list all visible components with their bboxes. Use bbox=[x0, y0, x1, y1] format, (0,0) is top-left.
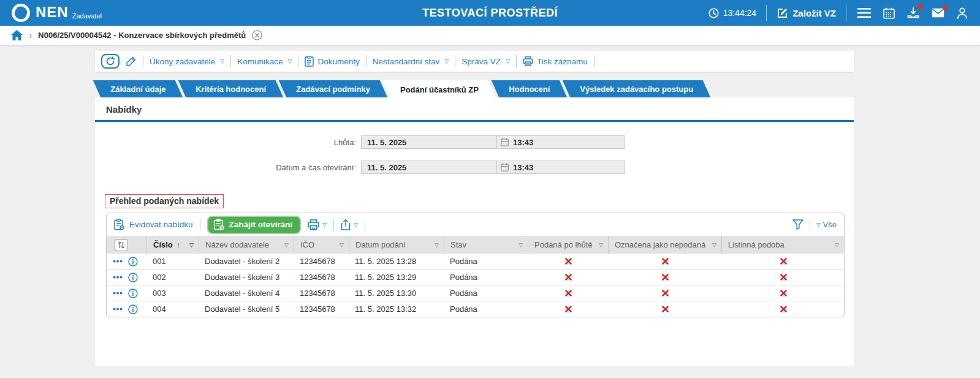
tab-hodnoceni[interactable]: Hodnocení bbox=[491, 80, 567, 97]
table-row[interactable]: 004 Dodavatel - školení 5 12345678 11. 5… bbox=[107, 301, 844, 317]
hamburger-icon bbox=[857, 8, 871, 18]
otevirani-date-input[interactable]: 11. 5. 2025 bbox=[361, 161, 496, 174]
lhuta-time-input[interactable]: 13:43 bbox=[496, 135, 625, 149]
toolbar-komunikace[interactable]: Komunikace bbox=[237, 57, 292, 66]
cell-marked-not-submitted bbox=[608, 270, 721, 285]
clock-icon bbox=[708, 8, 719, 18]
home-icon[interactable] bbox=[11, 30, 23, 40]
more-actions-icon[interactable] bbox=[113, 308, 123, 311]
cross-icon bbox=[565, 274, 572, 281]
inbox-download-icon bbox=[907, 7, 919, 19]
cell-marked-not-submitted bbox=[608, 254, 721, 269]
info-icon[interactable] bbox=[128, 273, 138, 282]
toolbar-tisk-zaznamu[interactable]: Tisk záznamu bbox=[523, 56, 588, 66]
messages-notification-badge bbox=[943, 5, 948, 10]
header-separator bbox=[846, 5, 846, 21]
tab-kriteria-hodnoceni[interactable]: Kritéria hodnocení bbox=[178, 80, 283, 97]
column-label: Stav bbox=[450, 240, 466, 249]
cell-late bbox=[528, 270, 608, 285]
filter-icon[interactable] bbox=[792, 219, 803, 230]
column-filter-icon[interactable]: ▽ bbox=[284, 242, 289, 248]
nen-logo[interactable]: NEN Zadavatel bbox=[11, 3, 102, 23]
filter-all-dropdown[interactable]: Vše bbox=[816, 220, 837, 229]
column-header-oznacena-jako-nepodana[interactable]: Označena jako nepodaná ▽ bbox=[608, 236, 721, 254]
inbox-notification-badge bbox=[917, 4, 923, 10]
column-filter-icon[interactable]: ▽ bbox=[518, 242, 523, 248]
offers-table-header: Číslo↑ ▽ Název dodavatele ▽ IČO ▽ Datum … bbox=[107, 236, 844, 254]
register-offer-button[interactable]: Evidovat nabídku bbox=[114, 219, 193, 230]
toolbar-separator bbox=[516, 55, 517, 67]
cross-icon bbox=[662, 306, 669, 312]
more-actions-icon[interactable] bbox=[113, 292, 123, 295]
column-filter-icon[interactable]: ▽ bbox=[599, 242, 603, 248]
tab-zakladni-udaje[interactable]: Základní údaje bbox=[93, 80, 183, 97]
cross-icon bbox=[780, 306, 787, 312]
nen-logo-icon bbox=[11, 3, 31, 23]
info-icon[interactable] bbox=[128, 304, 138, 314]
info-icon[interactable] bbox=[128, 257, 138, 266]
toolbar-nestandardni-stav[interactable]: Nestandardní stav bbox=[373, 57, 449, 66]
column-header-nazev-dodavatele[interactable]: Název dodavatele ▽ bbox=[199, 236, 294, 254]
toolbar-ukony-zadavatele[interactable]: Úkony zadavatele bbox=[150, 57, 224, 66]
calendar-icon bbox=[883, 7, 895, 19]
cell-submitted: 11. 5. 2025 13:28 bbox=[349, 254, 444, 269]
info-icon[interactable] bbox=[128, 289, 138, 298]
cell-late bbox=[528, 285, 608, 301]
cell-status: Podána bbox=[444, 301, 528, 317]
edit-icon bbox=[777, 7, 788, 19]
cross-icon bbox=[662, 258, 669, 265]
cross-icon bbox=[565, 290, 572, 297]
user-button[interactable] bbox=[955, 6, 969, 20]
cross-icon bbox=[565, 306, 572, 312]
column-filter-icon[interactable]: ▽ bbox=[340, 242, 344, 248]
calendar-button[interactable] bbox=[882, 6, 896, 20]
cell-ico: 12345678 bbox=[294, 301, 349, 317]
cell-number: 002 bbox=[146, 270, 199, 285]
app-header: NEN Zadavatel TESTOVACÍ PROSTŘEDÍ 13:44:… bbox=[0, 0, 980, 26]
column-filter-icon[interactable]: ▽ bbox=[835, 242, 839, 248]
cell-late bbox=[528, 301, 608, 317]
toolbar-separator bbox=[230, 55, 231, 67]
column-filter-icon[interactable]: ▽ bbox=[435, 242, 439, 248]
column-header-listinna-podoba[interactable]: Listinná podoba ▽ bbox=[721, 236, 844, 254]
table-row[interactable]: 003 Dodavatel - školení 4 12345678 11. 5… bbox=[107, 285, 844, 301]
column-header-stav[interactable]: Stav ▽ bbox=[444, 236, 528, 254]
column-header-cislo[interactable]: Číslo↑ ▽ bbox=[146, 236, 199, 254]
inbox-button[interactable] bbox=[906, 6, 921, 20]
column-header-ico[interactable]: IČO ▽ bbox=[294, 236, 349, 254]
table-row[interactable]: 002 Dodavatel - školení 3 12345678 11. 5… bbox=[107, 269, 844, 285]
cell-supplier: Dodavatel - školení 3 bbox=[199, 270, 294, 285]
tab-vysledek-zadavaciho-postupu[interactable]: Výsledek zadávacího postupu bbox=[563, 80, 710, 97]
column-filter-icon[interactable]: ▽ bbox=[189, 242, 194, 248]
column-filter-icon[interactable]: ▽ bbox=[712, 242, 716, 248]
tab-zadavaci-podminky[interactable]: Zadávací podmínky bbox=[279, 80, 387, 97]
create-vz-button[interactable]: Založit VZ bbox=[777, 7, 836, 19]
create-vz-label: Založit VZ bbox=[792, 8, 836, 18]
table-row[interactable]: 001 Dodavatel - školení 2 12345678 11. 5… bbox=[107, 254, 844, 269]
tab-podani-ucastniku-zp[interactable]: Podání účastníků ZP bbox=[382, 80, 496, 99]
pencil-icon[interactable] bbox=[126, 56, 137, 67]
breadcrumb-current-item[interactable]: N006/25/V00004542 - Konzervace sbírkovýc… bbox=[38, 31, 246, 40]
more-actions-icon[interactable] bbox=[113, 260, 123, 263]
toolbar-dokumenty[interactable]: Dokumenty bbox=[305, 56, 359, 67]
share-export-icon bbox=[341, 219, 351, 230]
toolbar-separator bbox=[810, 219, 810, 231]
field-label: Lhůta: bbox=[95, 138, 361, 147]
refresh-button[interactable] bbox=[101, 54, 120, 69]
tab-label: Výsledek zadávacího postupu bbox=[580, 85, 693, 94]
toolbar-sprava-vz[interactable]: Správa VZ bbox=[462, 57, 510, 66]
menu-button[interactable] bbox=[856, 7, 872, 19]
section-title: Nabídky bbox=[95, 97, 854, 120]
otevirani-time-input[interactable]: 13:43 bbox=[496, 161, 625, 174]
messages-button[interactable] bbox=[930, 7, 946, 19]
more-actions-icon[interactable] bbox=[113, 276, 123, 279]
column-settings-icon[interactable] bbox=[115, 239, 128, 251]
start-opening-button[interactable]: Zahájit otevírání bbox=[207, 216, 302, 234]
column-header-datum-podani[interactable]: Datum podání ▽ bbox=[349, 236, 444, 254]
column-header-podana-po-lhute[interactable]: Podaná po lhůtě ▽ bbox=[528, 236, 608, 254]
export-menu-button[interactable] bbox=[341, 219, 358, 230]
close-tab-icon[interactable] bbox=[252, 30, 262, 40]
lhuta-date-input[interactable]: 11. 5. 2025 bbox=[361, 135, 496, 149]
toolbar-separator bbox=[366, 55, 367, 67]
print-menu-button[interactable] bbox=[308, 219, 327, 230]
